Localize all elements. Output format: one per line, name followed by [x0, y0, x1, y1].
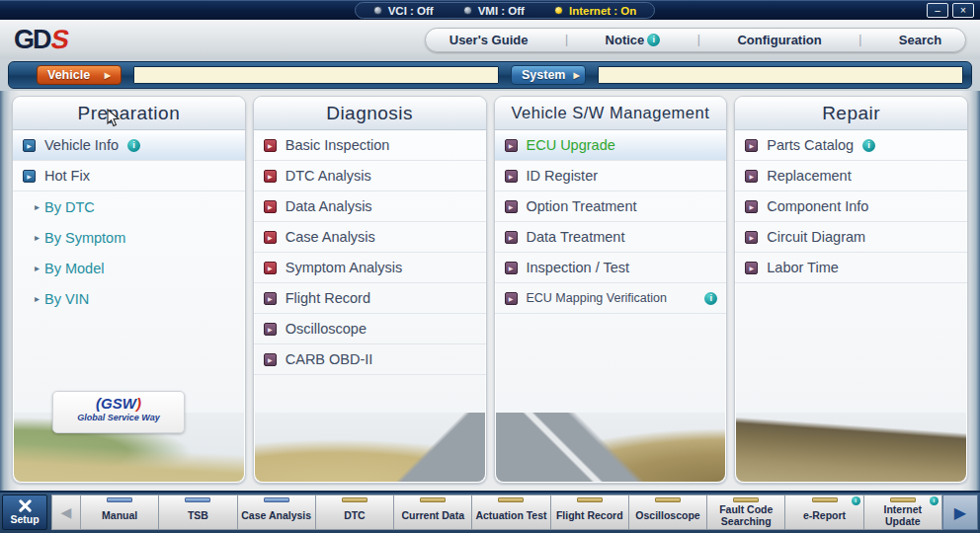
internet-status-label: Internet : On [569, 5, 636, 17]
menu-item-ecu-mapping-verification[interactable]: ▶ ECU Mapping Verification i [495, 283, 727, 314]
toolbar-button-label: Flight Record [556, 509, 623, 521]
menu-item-by-symptom[interactable]: ▸ By Symptom [13, 222, 245, 253]
menu-item-label: Vehicle Info [44, 137, 119, 153]
menu-item-data-treatment[interactable]: ▶ Data Treatment [495, 222, 727, 253]
arrow-box-icon: ▶ [505, 262, 518, 274]
toolbar-button-current-data[interactable]: Current Data [394, 495, 472, 530]
tab-indicator [185, 497, 210, 502]
menu-search[interactable]: Search [889, 33, 951, 47]
minimize-button[interactable]: – [927, 3, 948, 18]
menu-item-replacement[interactable]: ▶ Replacement [735, 161, 967, 191]
menu-item-by-dtc[interactable]: ▸ By DTC [13, 191, 245, 222]
column-preparation: Preparation ▶ Vehicle Info i ▶ Hot Fix ▸… [12, 96, 246, 484]
toolbar-button-case-analysis[interactable]: Case Analysis [238, 495, 316, 530]
menu-item-option-treatment[interactable]: ▶ Option Treatment [495, 191, 727, 222]
menu-item-symptom-analysis[interactable]: ▶ Symptom Analysis [254, 253, 486, 283]
menu-item-label: By Symptom [44, 230, 125, 246]
toolbar-button-fault-code-searching[interactable]: Fault Code Searching [707, 495, 785, 530]
menu-item-label: Parts Catalog [767, 137, 854, 153]
sub-arrow-icon: ▸ [35, 201, 40, 212]
toolbar-button-label: Manual [102, 509, 137, 521]
menu-item-basic-inspection[interactable]: ▶ Basic Inspection [254, 130, 486, 161]
menu-item-id-register[interactable]: ▶ ID Register [495, 161, 727, 191]
info-icon[interactable]: i [127, 139, 140, 152]
close-button[interactable]: × [952, 3, 974, 18]
arrow-box-icon: ▶ [745, 262, 758, 274]
menu-item-inspection-test[interactable]: ▶ Inspection / Test [495, 253, 727, 283]
toolbar-button-manual[interactable]: Manual [81, 495, 159, 530]
menu-users-guide[interactable]: User's Guide [440, 33, 538, 47]
arrow-box-icon: ▶ [264, 292, 277, 305]
toolbar-button-flight-record[interactable]: Flight Record [551, 495, 629, 530]
vehicle-button-arrow-icon: ▶ [105, 71, 111, 80]
tab-indicator [498, 497, 524, 502]
menu-item-parts-catalog[interactable]: ▶ Parts Catalog i [735, 130, 967, 161]
vehicle-input[interactable] [133, 66, 499, 84]
menu-item-label: Labor Time [767, 260, 839, 275]
menu-configuration-label: Configuration [737, 33, 821, 47]
menu-item-labor-time[interactable]: ▶ Labor Time [735, 253, 967, 283]
menu-item-case-analysis[interactable]: ▶ Case Analysis [254, 222, 486, 253]
menu-item-by-vin[interactable]: ▸ By VIN [13, 283, 245, 314]
gds-logo-s: S [48, 25, 69, 55]
toolbar-back-button[interactable]: ◀ [51, 495, 81, 530]
menu-item-component-info[interactable]: ▶ Component Info [735, 191, 967, 222]
info-icon: i [930, 496, 939, 505]
menu-item-label: Hot Fix [44, 168, 90, 184]
menu-item-label: DTC Analysis [286, 168, 371, 184]
sub-arrow-icon: ▸ [35, 263, 40, 273]
toolbar-button-internet-update[interactable]: i Internet Update [864, 495, 942, 530]
menu-item-label: By DTC [44, 199, 95, 215]
header-menu: User's Guide | Notice i | Configuration … [425, 28, 966, 52]
system-button[interactable]: System ▶ [511, 65, 586, 85]
menu-item-carb-obd2[interactable]: ▶ CARB OBD-II [254, 344, 486, 375]
toolbar-button-e-report[interactable]: i e-Report [785, 495, 863, 530]
menu-item-hot-fix[interactable]: ▶ Hot Fix [13, 161, 245, 191]
setup-button[interactable]: Setup [2, 495, 47, 530]
arrow-box-icon: ▶ [264, 200, 277, 213]
forward-arrow-icon: ▶ [954, 503, 966, 522]
tab-indicator [890, 497, 916, 502]
internet-status-dot-icon [554, 6, 563, 15]
toolbar-button-tsb[interactable]: TSB [159, 495, 237, 530]
arrow-box-icon: ▶ [264, 139, 277, 152]
header: GDS User's Guide | Notice i | Configurat… [0, 20, 980, 59]
gsw-subtext: Global Service Way [53, 413, 184, 422]
vci-status: VCI : Off [373, 5, 434, 17]
toolbar-button-label: Current Data [401, 509, 464, 521]
arrow-box-icon: ▶ [264, 231, 277, 244]
toolbar-forward-button[interactable]: ▶ [942, 495, 978, 530]
vehicle-button[interactable]: Vehicle ▶ [37, 65, 122, 85]
menu-notice[interactable]: Notice i [596, 33, 671, 47]
arrow-box-icon: ▶ [264, 262, 277, 274]
menu-item-dtc-analysis[interactable]: ▶ DTC Analysis [254, 161, 486, 191]
toolbar-button-dtc[interactable]: DTC [316, 495, 394, 530]
menu-item-label: CARB OBD-II [286, 351, 373, 367]
sub-arrow-icon: ▸ [35, 232, 40, 243]
info-icon[interactable]: i [862, 139, 875, 152]
scenery-image [736, 413, 966, 482]
vmi-status: VMI : Off [463, 5, 525, 17]
info-icon: i [852, 496, 860, 505]
menu-item-label: ID Register [527, 168, 599, 184]
menu-item-oscilloscope[interactable]: ▶ Oscilloscope [254, 314, 486, 344]
menu-item-ecu-upgrade[interactable]: ▶ ECU Upgrade [495, 130, 727, 161]
menu-item-data-analysis[interactable]: ▶ Data Analysis [254, 191, 486, 222]
arrow-box-icon: ▶ [505, 139, 518, 152]
menu-configuration[interactable]: Configuration [727, 33, 831, 47]
toolbar-button-label: e-Report [803, 509, 846, 521]
menu-item-label: By VIN [44, 291, 89, 307]
system-input[interactable] [598, 66, 963, 84]
menu-item-circuit-diagram[interactable]: ▶ Circuit Diagram [735, 222, 967, 253]
info-icon[interactable]: i [704, 292, 717, 305]
tab-indicator [655, 497, 681, 502]
menu-item-label: Case Analysis [286, 229, 375, 245]
back-arrow-icon: ◀ [61, 504, 72, 520]
menu-item-flight-record[interactable]: ▶ Flight Record [254, 283, 486, 314]
menu-item-vehicle-info[interactable]: ▶ Vehicle Info i [13, 130, 245, 161]
tab-indicator [107, 497, 132, 502]
toolbar-button-actuation-test[interactable]: Actuation Test [472, 495, 550, 530]
vci-status-label: VCI : Off [388, 5, 434, 17]
menu-item-by-model[interactable]: ▸ By Model [13, 253, 245, 283]
toolbar-button-oscilloscope[interactable]: Oscilloscope [629, 495, 707, 530]
